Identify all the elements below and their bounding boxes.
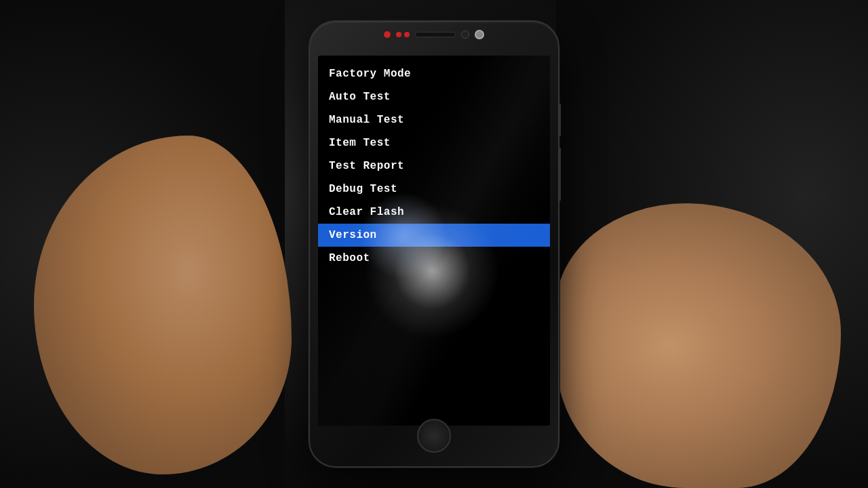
phone: Factory ModeAuto TestManual TestItem Tes… xyxy=(309,20,559,468)
indicator-dot-small-1 xyxy=(396,32,401,37)
menu-item-version[interactable]: Version xyxy=(318,224,550,247)
menu-item-factory-mode[interactable]: Factory Mode xyxy=(318,62,550,85)
menu-item-item-test[interactable]: Item Test xyxy=(318,131,550,155)
phone-body: Factory ModeAuto TestManual TestItem Tes… xyxy=(309,20,559,468)
phone-top-indicators xyxy=(384,30,484,39)
indicator-dot-group xyxy=(396,32,410,37)
menu-item-auto-test[interactable]: Auto Test xyxy=(318,85,550,108)
screen-content: Factory ModeAuto TestManual TestItem Tes… xyxy=(318,56,550,426)
menu-item-manual-test[interactable]: Manual Test xyxy=(318,108,550,131)
home-button[interactable] xyxy=(417,419,451,453)
front-camera xyxy=(461,30,469,39)
speaker xyxy=(415,32,456,37)
menu-item-reboot[interactable]: Reboot xyxy=(318,247,550,270)
hand-right xyxy=(556,203,841,488)
menu-item-clear-flash[interactable]: Clear Flash xyxy=(318,201,550,224)
camera-lens xyxy=(475,30,484,39)
indicator-dot-small-2 xyxy=(404,32,410,37)
factory-menu: Factory ModeAuto TestManual TestItem Tes… xyxy=(318,62,550,270)
menu-item-test-report[interactable]: Test Report xyxy=(318,155,550,178)
power-button[interactable] xyxy=(558,103,561,137)
phone-screen: Factory ModeAuto TestManual TestItem Tes… xyxy=(318,56,550,426)
menu-item-debug-test[interactable]: Debug Test xyxy=(318,178,550,201)
indicator-dot-red xyxy=(384,31,391,38)
volume-button[interactable] xyxy=(558,147,561,201)
